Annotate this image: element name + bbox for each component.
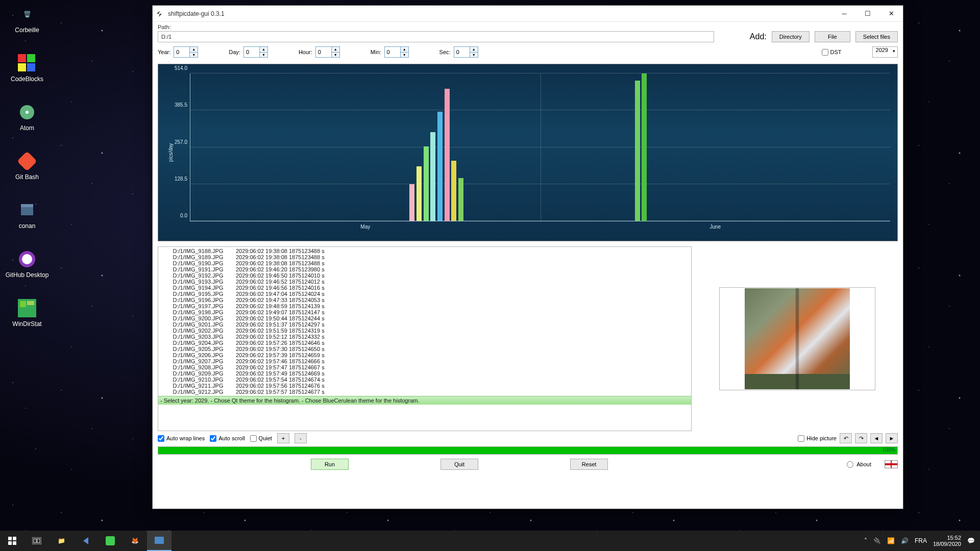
directory-button[interactable]: Directory: [772, 31, 810, 42]
desktop-icon-githubdesktop[interactable]: GitHub Desktop: [4, 249, 50, 289]
chart-bar: [642, 73, 647, 221]
svg-rect-20: [37, 539, 40, 543]
auto-wrap-checkbox[interactable]: Auto wrap lines: [158, 435, 205, 442]
tray-lang[interactable]: FRA: [915, 537, 927, 544]
chart-ylabel: pics/day: [168, 143, 174, 162]
svg-rect-21: [106, 536, 115, 545]
log-panel[interactable]: D:/1/IMG_9188.JPG 2029:06:02 19:38:08 18…: [158, 246, 692, 431]
histogram-chart: pics/day 0.0128.5257.0385.5514.0MayJune: [158, 64, 898, 241]
tray-power-icon[interactable]: 🔌: [873, 537, 881, 544]
year-select[interactable]: 2029: [872, 46, 898, 58]
svg-rect-13: [27, 301, 34, 305]
chart-bar: [458, 178, 463, 221]
svg-rect-7: [21, 206, 33, 215]
path-input[interactable]: [158, 31, 714, 42]
taskbar[interactable]: 📁 🦊 ˄ 🔌 📶 🔊 FRA 15:52 18/09/2020 💬: [0, 531, 980, 551]
quit-button[interactable]: Quit: [440, 459, 478, 470]
dst-checkbox[interactable]: DST: [822, 49, 842, 56]
progress-bar: 100%: [158, 446, 898, 455]
svg-point-5: [26, 111, 29, 114]
close-button[interactable]: ✕: [879, 6, 903, 22]
tray-chevron-icon[interactable]: ˄: [864, 537, 867, 544]
explorer-icon[interactable]: 📁: [49, 531, 74, 551]
svg-rect-6: [18, 152, 36, 170]
svg-rect-15: [13, 537, 16, 540]
year-label: Year:: [158, 49, 170, 55]
about-label: About: [856, 461, 871, 467]
maximize-button[interactable]: ☐: [856, 6, 879, 22]
chart-bar: [635, 81, 640, 221]
reset-button[interactable]: Reset: [570, 459, 608, 470]
qt-icon[interactable]: [98, 531, 122, 551]
about-radio[interactable]: [847, 461, 853, 468]
progress-text: 100%: [882, 447, 895, 453]
desktop-icon-windirstat[interactable]: WinDirStat: [4, 298, 50, 338]
min-label: Min:: [371, 49, 381, 55]
hide-picture-checkbox[interactable]: Hide picture: [798, 435, 837, 442]
hour-label: Hour:: [299, 49, 312, 55]
min-spin[interactable]: ▲▼: [384, 46, 409, 58]
app-window: shiftpicdate-gui 0.3.1 ─ ☐ ✕ Path: Add: …: [152, 5, 903, 509]
svg-rect-3: [27, 63, 35, 71]
sec-spin[interactable]: ▲▼: [454, 46, 478, 58]
desktop-icon-corbeille[interactable]: 🗑️Corbeille: [4, 4, 50, 44]
quiet-checkbox[interactable]: Quiet: [250, 435, 272, 442]
next-image-button[interactable]: ►: [886, 433, 898, 443]
chart-bar: [416, 166, 422, 221]
tray-volume-icon[interactable]: 🔊: [901, 537, 909, 544]
desktop-icons: 🗑️Corbeille CodeBlocks Atom Git Bash con…: [4, 4, 50, 347]
tray-wifi-icon[interactable]: 📶: [887, 537, 895, 544]
font-minus-button[interactable]: -: [295, 433, 307, 443]
preview-image-box: [719, 287, 875, 390]
svg-rect-12: [20, 301, 26, 307]
svg-rect-14: [8, 537, 12, 540]
chart-bar: [409, 184, 414, 221]
chart-bar: [437, 112, 443, 221]
svg-rect-17: [13, 541, 16, 545]
desktop-icon-atom[interactable]: Atom: [4, 102, 50, 142]
svg-rect-2: [18, 63, 26, 71]
firefox-icon[interactable]: 🦊: [122, 531, 147, 551]
chart-bar: [430, 132, 435, 221]
day-label: Day:: [229, 49, 240, 55]
svg-rect-19: [34, 539, 36, 543]
file-button[interactable]: File: [815, 31, 850, 42]
prev-image-button[interactable]: ◄: [870, 433, 883, 443]
desktop-icon-gitbash[interactable]: Git Bash: [4, 151, 50, 191]
minimize-button[interactable]: ─: [832, 6, 856, 22]
window-title: shiftpicdate-gui 0.3.1: [168, 10, 225, 17]
run-button[interactable]: Run: [311, 459, 349, 470]
day-spin[interactable]: ▲▼: [243, 46, 268, 58]
chart-bar: [451, 161, 456, 221]
svg-rect-0: [18, 54, 26, 62]
preview-image: [745, 288, 850, 389]
svg-rect-1: [27, 54, 35, 62]
chart-bar: [445, 89, 450, 221]
tray-notifications-icon[interactable]: 💬: [967, 537, 975, 544]
rotate-cw-button[interactable]: ↷: [855, 433, 867, 443]
auto-scroll-checkbox[interactable]: Auto scroll: [210, 435, 244, 442]
titlebar[interactable]: shiftpicdate-gui 0.3.1 ─ ☐ ✕: [153, 6, 903, 22]
app-taskbar-icon[interactable]: [147, 531, 172, 551]
font-plus-button[interactable]: +: [277, 433, 289, 443]
taskview-button[interactable]: [24, 531, 49, 551]
select-files-button[interactable]: Select files: [855, 31, 898, 42]
chart-bar: [424, 146, 429, 221]
svg-rect-8: [21, 204, 33, 207]
desktop-icon-conan[interactable]: conan: [4, 200, 50, 240]
svg-rect-16: [8, 541, 12, 545]
path-label: Path:: [158, 24, 171, 30]
add-label: Add:: [750, 32, 767, 41]
start-button[interactable]: [0, 531, 24, 551]
svg-rect-22: [155, 537, 164, 544]
app-icon: [156, 9, 165, 18]
year-spin[interactable]: ▲▼: [174, 46, 198, 58]
svg-point-10: [22, 254, 32, 264]
hour-spin[interactable]: ▲▼: [315, 46, 340, 58]
desktop-icon-codeblocks[interactable]: CodeBlocks: [4, 53, 50, 93]
tray-clock[interactable]: 15:52 18/09/2020: [933, 535, 961, 547]
vscode-icon[interactable]: [74, 531, 98, 551]
sec-label: Sec:: [439, 49, 451, 55]
language-flag-icon[interactable]: [885, 460, 898, 468]
rotate-ccw-button[interactable]: ↶: [840, 433, 852, 443]
